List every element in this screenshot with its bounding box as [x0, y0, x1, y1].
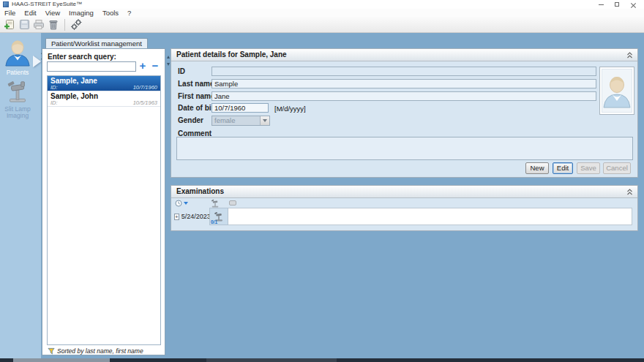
menu-item-tools[interactable]: Tools — [98, 9, 123, 17]
gender-select[interactable]: female — [211, 116, 270, 126]
search-query-label: Enter search query: — [48, 53, 116, 61]
comment-field[interactable] — [176, 137, 633, 160]
last-name-field[interactable] — [211, 79, 596, 88]
menu-item-help[interactable]: ? — [123, 9, 135, 17]
taskbar-strip — [0, 358, 644, 362]
minimize-button[interactable] — [593, 0, 609, 9]
gender-value: female — [214, 116, 236, 124]
examination-row: + 5/24/2023 0/1 — [174, 208, 632, 225]
collapse-panel-icon[interactable] — [626, 189, 633, 195]
add-patient-button[interactable] — [3, 18, 16, 31]
patient-search-panel: Enter search query: + − Sample, Jane ID:… — [42, 48, 165, 355]
minimize-icon — [599, 4, 604, 5]
examination-device-cell[interactable]: 0/1 — [209, 208, 228, 225]
taskbar-segment — [206, 358, 337, 362]
close-icon — [631, 2, 636, 7]
patient-details-title: Patient details for Sample, Jane — [176, 50, 287, 59]
patient-photo — [599, 67, 634, 115]
maximize-button[interactable] — [609, 0, 625, 9]
expand-row-icon[interactable]: + — [174, 214, 179, 220]
menu-item-file[interactable]: File — [0, 9, 20, 17]
remove-search-criteria-button[interactable]: − — [149, 59, 161, 72]
settings-button[interactable] — [70, 18, 83, 31]
examinations-toolbar — [171, 198, 637, 208]
id-field[interactable] — [211, 67, 596, 76]
chevron-down-icon — [260, 116, 269, 125]
gender-label: Gender — [178, 116, 203, 124]
examination-date: 5/24/2023 — [181, 213, 211, 220]
print-button[interactable] — [32, 18, 45, 31]
sidebar-item-label: Patients — [0, 69, 35, 76]
delete-icon — [48, 19, 59, 31]
filter-slit-lamp-button[interactable] — [211, 199, 220, 208]
patient-details-header: Patient details for Sample, Jane — [171, 49, 637, 61]
patient-list-item[interactable]: Sample, Jane ID: 10/7/1960 — [48, 76, 160, 91]
patient-dob: 10/5/1963 — [133, 100, 157, 106]
first-name-field[interactable] — [211, 91, 596, 101]
add-patient-icon — [4, 19, 15, 31]
cancel-button[interactable]: Cancel — [603, 162, 631, 174]
date-of-birth-field[interactable] — [211, 103, 269, 113]
examinations-title: Examinations — [176, 187, 224, 195]
main-area: Patients Slit LampImaging Patient/Workli… — [0, 33, 644, 358]
sidebar-item-patients[interactable]: Patients — [0, 39, 35, 76]
sort-funnel-icon — [48, 347, 55, 355]
close-button[interactable] — [625, 0, 641, 9]
sort-status: Sorted by last name, first name — [48, 347, 143, 355]
id-label: ID — [178, 67, 185, 75]
examinations-panel: Examinations — [171, 185, 638, 231]
print-icon — [33, 19, 45, 30]
splitter-handle-right[interactable] — [166, 56, 170, 66]
add-search-criteria-button[interactable]: + — [137, 59, 149, 72]
examination-count-badge: 0/1 — [211, 219, 217, 225]
last-name-label: Last name — [178, 80, 214, 88]
menu-item-imaging[interactable]: Imaging — [64, 9, 98, 17]
slit-lamp-icon — [211, 199, 220, 208]
slit-lamp-icon — [5, 80, 30, 103]
comment-filter-button[interactable] — [229, 200, 236, 205]
patient-dob: 10/7/1960 — [133, 85, 157, 91]
examination-date-cell[interactable]: + 5/24/2023 — [174, 208, 209, 225]
tab-patient-worklist-management[interactable]: Patient/Worklist management — [45, 38, 148, 48]
toolbar — [0, 17, 644, 33]
examinations-header: Examinations — [171, 186, 637, 198]
window-title: HAAG-STREIT EyeSuite™ — [12, 0, 82, 9]
sort-status-text: Sorted by last name, first name — [57, 347, 143, 355]
patients-avatar-icon — [4, 39, 31, 67]
collapse-panel-icon[interactable] — [626, 52, 633, 59]
patient-list-item[interactable]: Sample, John ID: 10/5/1963 — [48, 91, 160, 107]
settings-gears-icon — [70, 18, 83, 31]
slit-lamp-label-line2: Imaging — [7, 112, 29, 119]
patient-id-label: ID: — [50, 100, 58, 106]
taskbar-segment — [13, 358, 110, 362]
maximize-icon — [615, 2, 619, 7]
sidebar-item-label: Slit LampImaging — [0, 106, 35, 119]
note-icon — [229, 200, 236, 205]
patient-list: Sample, Jane ID: 10/7/1960 Sample, John … — [47, 75, 161, 345]
sidebar-item-slit-lamp-imaging[interactable]: Slit LampImaging — [0, 80, 35, 119]
examination-detail-area[interactable] — [228, 208, 632, 225]
delete-button[interactable] — [47, 18, 60, 31]
search-input[interactable] — [47, 61, 136, 72]
save-icon — [19, 19, 30, 30]
first-name-label: First name — [178, 92, 215, 100]
patient-details-panel: Patient details for Sample, Jane ID Last… — [171, 48, 638, 178]
app-icon — [3, 1, 9, 7]
module-sidebar: Patients Slit LampImaging — [0, 33, 41, 358]
edit-button[interactable]: Edit — [553, 162, 573, 174]
group-by-date-dropdown[interactable] — [175, 200, 188, 207]
patient-photo-avatar-icon — [602, 69, 632, 112]
date-format-hint: [M/d/yyyy] — [274, 105, 306, 113]
save-button[interactable] — [18, 18, 31, 31]
menu-item-view[interactable]: View — [41, 9, 64, 17]
clock-icon — [175, 200, 182, 207]
patient-id-label: ID: — [50, 85, 58, 91]
chevron-down-icon — [184, 202, 188, 205]
save-button[interactable]: Save — [577, 162, 600, 174]
new-button[interactable]: New — [525, 162, 549, 174]
menu-bar: File Edit View Imaging Tools ? — [0, 9, 644, 17]
title-bar: HAAG-STREIT EyeSuite™ — [0, 0, 644, 9]
toolbar-separator — [64, 19, 65, 31]
menu-item-edit[interactable]: Edit — [20, 9, 40, 17]
